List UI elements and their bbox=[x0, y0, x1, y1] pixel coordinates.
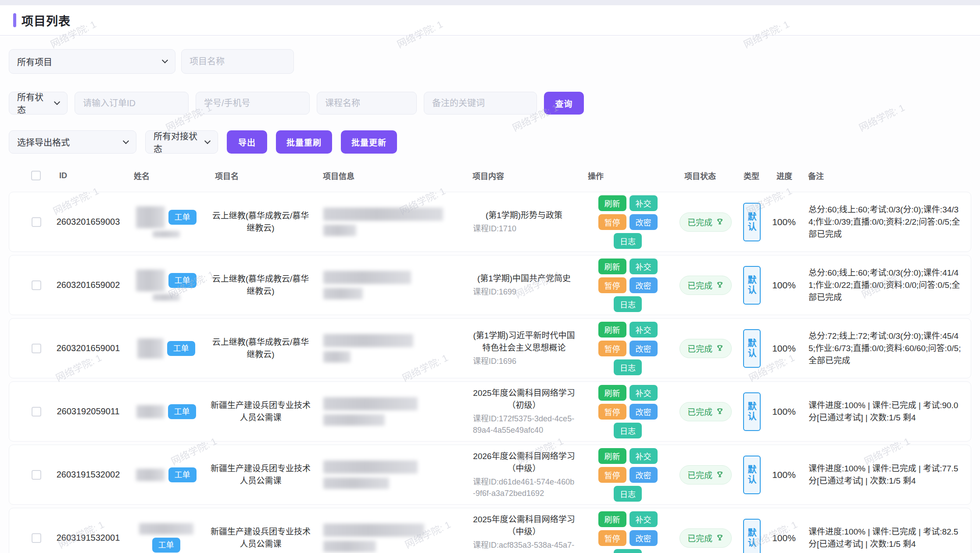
log-button[interactable]: 日志 bbox=[614, 296, 642, 312]
order-id-input[interactable] bbox=[75, 92, 189, 115]
trophy-icon bbox=[716, 218, 724, 226]
status-select[interactable]: 所有状态 bbox=[9, 92, 68, 115]
remark-cell: 总分:60;线上:60;考试:0/3(分:0);课件:41/41;作业:0/22… bbox=[800, 267, 971, 304]
project-name: 新疆生产建设兵团专业技术人员公需课 bbox=[207, 463, 315, 487]
actions-row: 刷新 补交 bbox=[598, 322, 658, 338]
resubmit-button[interactable]: 补交 bbox=[629, 448, 658, 464]
resubmit-button[interactable]: 补交 bbox=[629, 259, 658, 274]
log-button[interactable]: 日志 bbox=[614, 233, 642, 249]
row-checkbox[interactable] bbox=[32, 533, 41, 543]
trophy-icon bbox=[716, 471, 724, 479]
type-cell: 默认 bbox=[735, 203, 768, 241]
refresh-button[interactable]: 刷新 bbox=[598, 259, 626, 274]
row-checkbox[interactable] bbox=[32, 407, 41, 417]
filter-row-2: 所有状态 查询 bbox=[9, 92, 971, 115]
actions-row: 暂停 改密 bbox=[598, 404, 658, 420]
project-status-cell: 已完成 bbox=[676, 339, 735, 358]
batch-update-button[interactable]: 批量更新 bbox=[341, 130, 397, 154]
progress-value: 100% bbox=[772, 217, 796, 227]
actions-row: 刷新 补交 bbox=[598, 511, 658, 527]
change-password-button[interactable]: 改密 bbox=[629, 214, 658, 230]
chevron-down-icon bbox=[162, 57, 168, 63]
workorder-badge[interactable]: 工单 bbox=[168, 467, 197, 482]
pause-button[interactable]: 暂停 bbox=[598, 214, 626, 230]
remark-text: 课件进度:100% | 课件:已完成 | 考试:90.0分[已通过考试] | 次… bbox=[808, 399, 965, 424]
order-id: 2603192059011 bbox=[57, 406, 119, 417]
export-button[interactable]: 导出 bbox=[227, 130, 267, 154]
student-name-cell: 工单 bbox=[125, 206, 207, 237]
column-header: 项目状态 bbox=[676, 170, 735, 181]
column-header: 类型 bbox=[735, 170, 768, 181]
workorder-badge[interactable]: 工单 bbox=[168, 210, 197, 225]
change-password-button[interactable]: 改密 bbox=[629, 341, 658, 356]
redacted-student-name bbox=[136, 269, 165, 291]
log-button[interactable]: 日志 bbox=[614, 486, 642, 502]
table-body: 2603201659003 工单 云上继教(慕华成教云/慕华继教云) (第1学期… bbox=[9, 192, 971, 553]
table-row: 2603201659002 工单 云上继教(慕华成教云/慕华继教云) (第1学期… bbox=[9, 255, 971, 315]
status-badge: 已完成 bbox=[680, 339, 732, 358]
remark-text: 课件进度:100% | 课件:已完成 | 考试:77.5分[已通过考试] | 次… bbox=[808, 463, 965, 487]
page-header: 项目列表 bbox=[0, 5, 980, 36]
batch-refresh-button[interactable]: 批量重刷 bbox=[276, 130, 332, 154]
order-id: 2603191532001 bbox=[57, 533, 120, 543]
refresh-button[interactable]: 刷新 bbox=[598, 385, 626, 401]
column-header: 项目信息 bbox=[314, 170, 464, 181]
refresh-button[interactable]: 刷新 bbox=[598, 511, 626, 527]
pause-button[interactable]: 暂停 bbox=[598, 277, 626, 293]
project-select[interactable]: 所有项目 bbox=[9, 49, 175, 74]
pause-button[interactable]: 暂停 bbox=[598, 404, 626, 420]
log-button[interactable]: 日志 bbox=[614, 549, 642, 553]
log-button[interactable]: 日志 bbox=[614, 359, 642, 375]
workorder-badge[interactable]: 工单 bbox=[168, 404, 196, 419]
redacted-project-info bbox=[323, 397, 418, 410]
export-format-select[interactable]: 选择导出格式 bbox=[9, 130, 136, 154]
workorder-badge[interactable]: 工单 bbox=[152, 538, 180, 553]
progress-cell: 100% bbox=[768, 470, 800, 480]
project-status-cell: 已完成 bbox=[676, 465, 735, 485]
type-badge: 默认 bbox=[743, 456, 761, 494]
remark-cell: 总分:72;线上:72;考试:0/3(分:0);课件:45/45;作业:6/73… bbox=[800, 330, 971, 367]
remark-text: 总分:60;线上:60;考试:0/3(分:0);课件:34/34;作业:0/39… bbox=[808, 204, 965, 241]
project-name-input[interactable] bbox=[181, 49, 294, 74]
row-checkbox[interactable] bbox=[32, 344, 41, 353]
change-password-button[interactable]: 改密 bbox=[629, 277, 658, 293]
workorder-badge[interactable]: 工单 bbox=[168, 273, 197, 288]
change-password-button[interactable]: 改密 bbox=[629, 467, 658, 483]
row-checkbox[interactable] bbox=[32, 470, 41, 480]
workorder-badge[interactable]: 工单 bbox=[167, 341, 195, 356]
remark-keyword-input[interactable] bbox=[424, 92, 537, 115]
pause-button[interactable]: 暂停 bbox=[598, 530, 626, 546]
change-password-button[interactable]: 改密 bbox=[629, 404, 658, 420]
header-checkbox-cell bbox=[9, 171, 50, 180]
course-id: 课程ID:1696 bbox=[473, 356, 575, 367]
actions-row: 暂停 改密 bbox=[598, 214, 658, 230]
resubmit-button[interactable]: 补交 bbox=[629, 385, 658, 401]
resubmit-button[interactable]: 补交 bbox=[629, 322, 658, 338]
project-content-cell: (第1学期)习近平新时代中国特色社会主义思想概论 课程ID:1696 bbox=[464, 330, 579, 367]
content-area: 所有项目 所有状态 查询 选择导出格式 所有对接状态 bbox=[0, 36, 980, 553]
remark-cell: 课件进度:100% | 课件:已完成 | 考试:77.5分[已通过考试] | 次… bbox=[800, 463, 971, 487]
pause-button[interactable]: 暂停 bbox=[598, 341, 626, 356]
refresh-button[interactable]: 刷新 bbox=[598, 322, 626, 338]
resubmit-button[interactable]: 补交 bbox=[629, 511, 658, 527]
course-name-input[interactable] bbox=[317, 92, 417, 115]
row-checkbox[interactable] bbox=[32, 217, 41, 227]
order-id: 2603191532002 bbox=[57, 470, 120, 480]
student-id-input[interactable] bbox=[196, 92, 310, 115]
course-id: 课程ID:172f5375-3ded-4ce5-89a4-4a55e49afc4… bbox=[473, 413, 575, 436]
select-all-checkbox[interactable] bbox=[31, 171, 41, 180]
type-badge: 默认 bbox=[743, 519, 761, 553]
change-password-button[interactable]: 改密 bbox=[629, 530, 658, 546]
row-checkbox-cell bbox=[9, 407, 51, 417]
dock-status-select[interactable]: 所有对接状态 bbox=[145, 130, 218, 154]
row-checkbox[interactable] bbox=[32, 280, 41, 290]
dock-status-select-value: 所有对接状态 bbox=[154, 129, 199, 155]
actions-cell: 刷新 补交 暂停 改密 日志 bbox=[579, 322, 676, 375]
refresh-button[interactable]: 刷新 bbox=[598, 448, 626, 464]
resubmit-button[interactable]: 补交 bbox=[629, 195, 658, 211]
column-header: 进度 bbox=[768, 170, 799, 181]
pause-button[interactable]: 暂停 bbox=[598, 467, 626, 483]
refresh-button[interactable]: 刷新 bbox=[598, 195, 626, 211]
search-button[interactable]: 查询 bbox=[544, 92, 584, 115]
log-button[interactable]: 日志 bbox=[614, 423, 642, 438]
